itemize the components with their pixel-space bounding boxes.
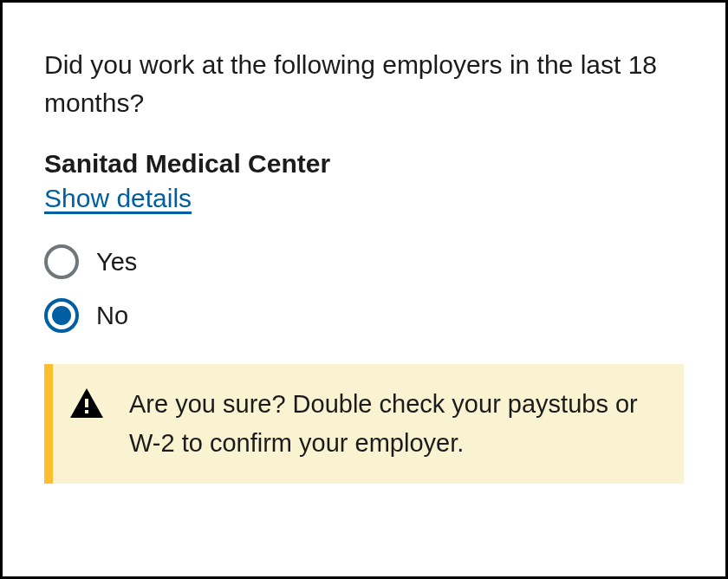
radio-option-yes[interactable]: Yes (44, 244, 684, 279)
form-container: Did you work at the following employers … (0, 0, 728, 579)
radio-group: Yes No (44, 244, 684, 333)
radio-circle-yes (44, 244, 79, 279)
warning-text: Are you sure? Double check your paystubs… (129, 385, 658, 463)
employer-block: Sanitad Medical Center Show details (44, 149, 684, 244)
radio-label-yes: Yes (96, 248, 137, 276)
question-text: Did you work at the following employers … (44, 46, 684, 121)
radio-label-no: No (96, 302, 128, 330)
show-details-link[interactable]: Show details (44, 184, 192, 213)
radio-option-no[interactable]: No (44, 298, 684, 333)
employer-name: Sanitad Medical Center (44, 149, 684, 179)
warning-icon (70, 388, 103, 421)
radio-inner-no (52, 306, 71, 325)
radio-circle-no (44, 298, 79, 333)
warning-alert: Are you sure? Double check your paystubs… (44, 364, 684, 484)
svg-rect-1 (85, 410, 88, 413)
svg-rect-0 (85, 399, 88, 407)
